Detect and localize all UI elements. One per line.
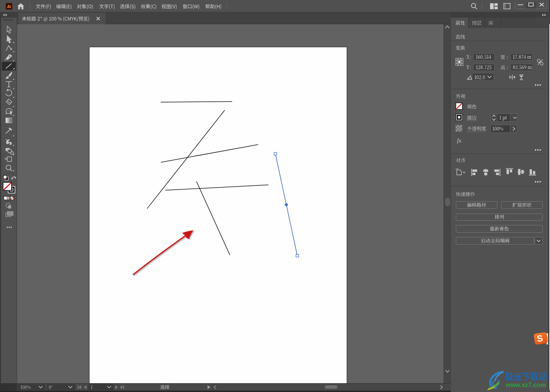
svg-text:Ai: Ai <box>7 5 11 9</box>
